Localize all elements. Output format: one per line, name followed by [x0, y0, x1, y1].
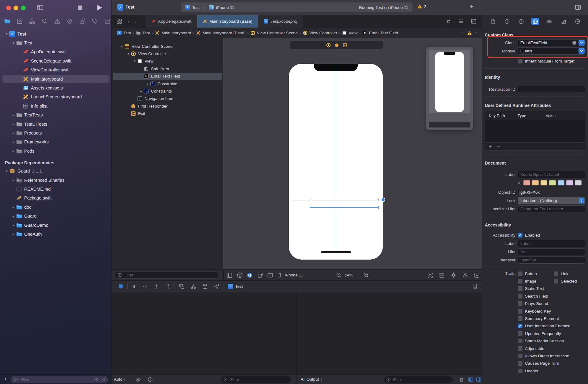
- trait-checkbox[interactable]: Header: [518, 369, 538, 373]
- previous-issue-button[interactable]: ‹: [462, 30, 464, 36]
- trait-checkbox[interactable]: Image: [518, 279, 537, 283]
- module-field[interactable]: [518, 48, 585, 55]
- accessibility-enabled-checkbox[interactable]: ✓: [518, 233, 522, 238]
- step-over-icon[interactable]: [142, 283, 148, 289]
- trait-checkbox[interactable]: Causes Page Turn: [518, 361, 559, 366]
- clear-console-trash-icon[interactable]: [459, 377, 464, 382]
- navigator-tab-breakpoints[interactable]: [92, 18, 98, 24]
- navigator-tab-debug-gauge[interactable]: [79, 18, 85, 24]
- editor-tab-1[interactable]: Main.storyboard (Base): [197, 15, 258, 28]
- scheme-destination[interactable]: iPhone 11: [216, 5, 234, 10]
- module-dropdown-button[interactable]: [579, 48, 585, 54]
- class-dropdown-button[interactable]: [579, 40, 585, 46]
- disclosure-closed-icon[interactable]: ▸: [11, 223, 16, 227]
- embed-icon[interactable]: [474, 272, 480, 278]
- environment-overrides-icon[interactable]: [202, 283, 208, 289]
- label-color-swatch-4[interactable]: [558, 180, 564, 185]
- add-constraints-icon[interactable]: [450, 272, 457, 278]
- add-tab-button[interactable]: +: [470, 3, 473, 10]
- show-variables-view-icon[interactable]: [467, 377, 474, 382]
- run-button[interactable]: [97, 5, 102, 10]
- trait-checkbox[interactable]: ✓User Interaction Enabled: [518, 324, 571, 328]
- disclosure-open-icon[interactable]: ▾: [119, 44, 124, 48]
- device-canvas[interactable]: [289, 64, 383, 260]
- breadcrumb-item[interactable]: View Controller: [303, 31, 337, 35]
- pause-icon[interactable]: [131, 283, 137, 289]
- file-row[interactable]: ▾Test: [0, 38, 111, 47]
- tab-identity-inspector[interactable]: [531, 18, 539, 25]
- step-out-icon[interactable]: [165, 283, 171, 289]
- class-jump-arrow-icon[interactable]: [572, 40, 577, 45]
- breadcrumb-item[interactable]: View Controller Scene: [251, 31, 298, 35]
- close-window-button[interactable]: [6, 6, 11, 10]
- disclosure-closed-icon[interactable]: ▸: [11, 232, 16, 236]
- runtime-attributes-empty-body[interactable]: [485, 120, 585, 142]
- zoom-in-icon[interactable]: [363, 272, 369, 278]
- disclosure-closed-icon[interactable]: ▸: [145, 82, 150, 86]
- label-color-swatch-5[interactable]: [566, 180, 573, 185]
- quicklook-eye-icon[interactable]: [135, 377, 141, 382]
- trait-checkbox[interactable]: Static Text: [518, 286, 544, 291]
- outline-filter-input[interactable]: [124, 272, 216, 278]
- tab-file-inspector[interactable]: [489, 18, 497, 25]
- disclosure-open-icon[interactable]: ▾: [132, 59, 137, 63]
- warning-badge[interactable]: 2: [417, 4, 426, 9]
- trait-checkbox[interactable]: Updates Frequently: [518, 331, 561, 336]
- scene-view-controller-icon[interactable]: [326, 43, 331, 48]
- disclosure-closed-icon[interactable]: ▸: [139, 89, 144, 93]
- next-issue-button[interactable]: ›: [475, 30, 477, 36]
- navigator-tab-reports[interactable]: [104, 18, 111, 24]
- orientation-icon[interactable]: [257, 272, 263, 278]
- resolve-autolayout-icon[interactable]: [462, 272, 468, 278]
- tab-attributes-inspector[interactable]: [545, 18, 553, 25]
- file-row[interactable]: LaunchScreen.storyboard: [0, 93, 111, 101]
- file-row[interactable]: ▸Frameworks: [0, 138, 111, 146]
- trait-checkbox[interactable]: Search Field: [518, 294, 548, 298]
- file-row[interactable]: ▸TestUITests: [0, 120, 111, 128]
- code-review-icon[interactable]: [446, 18, 451, 24]
- label-color-swatch-0[interactable]: [523, 180, 530, 185]
- variables-filter-input[interactable]: [230, 377, 289, 382]
- disclosure-closed-icon[interactable]: ▸: [11, 178, 16, 182]
- file-row[interactable]: SceneDelegate.swift: [0, 56, 111, 65]
- split-preview-icon[interactable]: [267, 272, 273, 278]
- variables-scope-selector[interactable]: Auto ⇕: [114, 377, 126, 382]
- package-row[interactable]: ▸GuardDemo: [0, 221, 111, 230]
- package-row[interactable]: ▸OneAuth: [0, 230, 111, 238]
- disclosure-open-icon[interactable]: ▾: [11, 41, 16, 45]
- running-app-name[interactable]: Test: [235, 284, 243, 289]
- file-row[interactable]: Main.storyboard: [0, 74, 111, 83]
- file-row[interactable]: ▸Products: [0, 128, 111, 137]
- disclosure-closed-icon[interactable]: ▸: [11, 140, 16, 144]
- disclosure-closed-icon[interactable]: ▸: [11, 214, 16, 218]
- debug-area-toggle-icon[interactable]: [472, 283, 478, 289]
- scheme-status-pill[interactable]: A Test › iPhone 11 Running Test on iPhon…: [181, 2, 413, 12]
- add-file-button[interactable]: +: [4, 376, 7, 382]
- inherit-module-checkbox[interactable]: [518, 59, 522, 63]
- file-row[interactable]: ▾ATest: [0, 29, 111, 38]
- variables-filter-field[interactable]: [221, 376, 292, 383]
- accessibility-label-field[interactable]: [518, 240, 585, 247]
- trait-checkbox[interactable]: Allows Direct Interaction: [518, 354, 569, 358]
- label-color-swatch-2[interactable]: [541, 180, 547, 185]
- breadcrumb-item[interactable]: Main.storyboard: [155, 31, 191, 35]
- minimap[interactable]: [426, 47, 473, 130]
- step-into-icon[interactable]: [154, 283, 160, 289]
- scheme-name[interactable]: Test: [192, 5, 200, 10]
- stop-button[interactable]: [78, 6, 82, 10]
- adjust-editor-options-icon[interactable]: [458, 18, 464, 24]
- trait-checkbox[interactable]: Summary Element: [518, 316, 559, 321]
- outline-row[interactable]: ▸Constraints: [111, 80, 223, 87]
- tab-quick-help-inspector[interactable]: ?: [517, 18, 525, 25]
- selection-handle-right[interactable]: [376, 199, 379, 201]
- document-label-field[interactable]: [518, 171, 585, 178]
- add-editor-icon[interactable]: [471, 18, 477, 24]
- console-filter-field[interactable]: [383, 376, 453, 383]
- package-row[interactable]: Package.swift: [0, 194, 111, 203]
- file-row[interactable]: AppDelegate.swift: [0, 48, 111, 56]
- navigator-tab-issues[interactable]: [54, 18, 60, 24]
- selection-handle-left[interactable]: [310, 199, 312, 201]
- trait-checkbox[interactable]: Plays Sound: [518, 301, 548, 306]
- scene-first-responder-icon[interactable]: 1: [334, 43, 339, 48]
- package-row[interactable]: ▸Referenced Binaries: [0, 176, 111, 184]
